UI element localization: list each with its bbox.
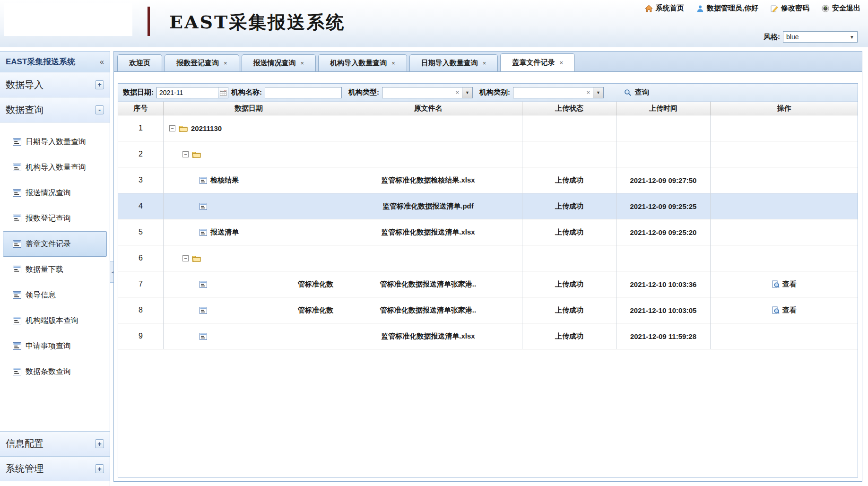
- collapse-minus-icon[interactable]: -: [95, 105, 104, 114]
- style-select[interactable]: blue ▼: [783, 31, 858, 43]
- home-link[interactable]: 系统首页: [645, 4, 684, 13]
- org-type-combo[interactable]: × ▼: [382, 87, 473, 98]
- table-body: 1 202111302 3 检核结果监管标准化数据检核结果.xlsx上传成功20…: [118, 115, 858, 349]
- tab-close-icon[interactable]: ×: [301, 60, 304, 67]
- date-input[interactable]: [157, 87, 218, 98]
- table-row[interactable]: 8 管标准化数管标准化数据报送清单张家港..上传成功2021-12-10 10:…: [118, 297, 858, 323]
- chevron-down-icon[interactable]: ▼: [462, 87, 472, 98]
- app-title: EAST采集报送系统: [169, 10, 345, 35]
- change-password-link[interactable]: 修改密码: [771, 4, 809, 13]
- tab-close-icon[interactable]: ×: [391, 60, 395, 67]
- sidebar-panel-data-import[interactable]: 数据导入 +: [0, 72, 110, 97]
- table-row[interactable]: 2: [118, 141, 858, 167]
- column-header-原文件名[interactable]: 原文件名: [334, 102, 522, 115]
- chevron-down-icon[interactable]: ▼: [593, 87, 603, 98]
- expand-plus-icon[interactable]: +: [95, 80, 104, 89]
- tree-collapse-icon[interactable]: [169, 125, 175, 131]
- table-row[interactable]: 6: [118, 245, 858, 271]
- cell-tree: 管标准化数: [164, 271, 334, 297]
- tab-close-icon[interactable]: ×: [483, 60, 486, 67]
- folder-icon: [192, 151, 201, 158]
- sidebar-item-数据条数查询[interactable]: 数据条数查询: [3, 359, 107, 384]
- pencil-icon: [771, 5, 778, 12]
- table-row[interactable]: 1 20211130: [118, 115, 858, 141]
- table-row[interactable]: 5 报送清单监管标准化数据报送清单.xlsx上传成功2021-12-09 09:…: [118, 219, 858, 245]
- cell-seq: 2: [118, 141, 164, 167]
- column-header-序号[interactable]: 序号: [118, 102, 164, 115]
- cell-action: [711, 115, 858, 141]
- table-row[interactable]: 9 监管标准化数据报送清单.xlsx上传成功2021-12-09 11:59:2…: [118, 323, 858, 349]
- cell-seq: 5: [118, 219, 164, 245]
- table-row[interactable]: 4 监管标准化数据报送清单.pdf上传成功2021-12-09 09:25:25: [118, 193, 858, 219]
- tab-strip: 欢迎页 报数登记查询 × 报送情况查询 × 机构导入数量查询 × 日期导入数量查…: [114, 52, 862, 71]
- sidebar-item-机构端版本查询[interactable]: 机构端版本查询: [3, 308, 107, 333]
- cell-upload-status: 上传成功: [522, 297, 616, 323]
- tree-node-label[interactable]: 管标准化数: [298, 306, 334, 315]
- sidebar-item-机构导入数量查询[interactable]: 机构导入数量查询: [3, 155, 107, 180]
- column-header-上传时间[interactable]: 上传时间: [616, 102, 711, 115]
- cell-upload-time: 2021-12-09 09:27:50: [616, 167, 711, 193]
- sidebar-item-label: 申请事项查询: [26, 341, 71, 351]
- sidebar-item-报数登记查询[interactable]: 报数登记查询: [3, 206, 107, 231]
- logout-link[interactable]: 安全退出: [822, 4, 860, 13]
- tab-close-icon[interactable]: ×: [224, 60, 227, 67]
- cell-tree: 20211130: [164, 115, 334, 141]
- cell-action: [711, 219, 858, 245]
- expand-plus-icon[interactable]: +: [95, 439, 104, 448]
- sidebar-item-报送情况查询[interactable]: 报送情况查询: [3, 180, 107, 206]
- tree-node-label[interactable]: 检核结果: [210, 176, 239, 185]
- tab-欢迎页[interactable]: 欢迎页: [117, 54, 162, 71]
- user-link[interactable]: 数据管理员,你好: [696, 4, 758, 13]
- tab-close-icon[interactable]: ×: [559, 59, 563, 66]
- tree-node-label[interactable]: 报送清单: [210, 228, 239, 237]
- cell-filename: [334, 245, 522, 271]
- org-name-input[interactable]: [265, 87, 341, 98]
- cell-tree: 管标准化数: [164, 297, 334, 323]
- power-icon: [822, 5, 829, 12]
- cell-tree: 检核结果: [164, 167, 334, 193]
- sidebar-panel-info-config[interactable]: 信息配置 +: [0, 431, 110, 456]
- sidebar-panel-system-admin[interactable]: 系统管理 +: [0, 456, 110, 481]
- tree-node-label[interactable]: 管标准化数: [298, 280, 334, 289]
- search-button-label: 查询: [635, 88, 649, 97]
- sidebar-item-盖章文件记录[interactable]: 盖章文件记录: [3, 231, 107, 257]
- cell-seq: 8: [118, 297, 164, 323]
- clear-icon[interactable]: ×: [583, 89, 593, 96]
- column-header-数据日期[interactable]: 数据日期: [164, 102, 334, 115]
- menu-file-icon: [13, 291, 21, 299]
- column-header-操作[interactable]: 操作: [711, 102, 858, 115]
- tab-盖章文件记录[interactable]: 盖章文件记录 ×: [500, 53, 575, 71]
- tab-报数登记查询[interactable]: 报数登记查询 ×: [165, 54, 239, 71]
- folder-icon: [192, 255, 201, 262]
- org-class-combo[interactable]: × ▼: [513, 87, 604, 98]
- tab-机构导入数量查询[interactable]: 机构导入数量查询 ×: [318, 54, 407, 71]
- tree-collapse-icon[interactable]: [182, 255, 189, 261]
- table-row[interactable]: 7 管标准化数管标准化数据报送清单张家港..上传成功2021-12-10 10:…: [118, 271, 858, 297]
- tab-报送情况查询[interactable]: 报送情况查询 ×: [242, 54, 316, 71]
- calendar-icon[interactable]: [218, 87, 228, 98]
- sidebar-item-label: 报送情况查询: [26, 188, 71, 198]
- sidebar-item-日期导入数量查询[interactable]: 日期导入数量查询: [3, 129, 107, 155]
- search-button[interactable]: 查询: [621, 86, 652, 99]
- sidebar-menu: 日期导入数量查询 机构导入数量查询 报送情况查询 报数登记查询: [0, 122, 110, 384]
- view-button[interactable]: 查看: [772, 280, 797, 289]
- column-header-上传状态[interactable]: 上传状态: [522, 102, 616, 115]
- tab-日期导入数量查询[interactable]: 日期导入数量查询 ×: [409, 54, 498, 71]
- sidebar-item-领导信息[interactable]: 领导信息: [3, 282, 107, 308]
- tab-label: 报数登记查询: [176, 59, 219, 68]
- expand-plus-icon[interactable]: +: [95, 464, 104, 473]
- sidebar-item-数据量下载[interactable]: 数据量下载: [3, 257, 107, 282]
- sidebar-panel-data-query[interactable]: 数据查询 -: [0, 97, 110, 122]
- logo: [4, 3, 132, 36]
- cell-action: [711, 193, 858, 219]
- menu-file-icon: [13, 368, 21, 375]
- tree-collapse-icon[interactable]: [182, 151, 189, 157]
- clear-icon[interactable]: ×: [452, 89, 462, 96]
- sidebar-item-申请事项查询[interactable]: 申请事项查询: [3, 333, 107, 359]
- sidebar-collapse-icon[interactable]: «: [100, 58, 104, 66]
- sidebar-title-bar: EAST采集报送系统 «: [0, 52, 110, 72]
- cell-filename: 监管标准化数据报送清单.xlsx: [334, 323, 522, 349]
- tree-node-label[interactable]: 20211130: [191, 124, 222, 132]
- view-button[interactable]: 查看: [772, 306, 797, 315]
- table-row[interactable]: 3 检核结果监管标准化数据检核结果.xlsx上传成功2021-12-09 09:…: [118, 167, 858, 193]
